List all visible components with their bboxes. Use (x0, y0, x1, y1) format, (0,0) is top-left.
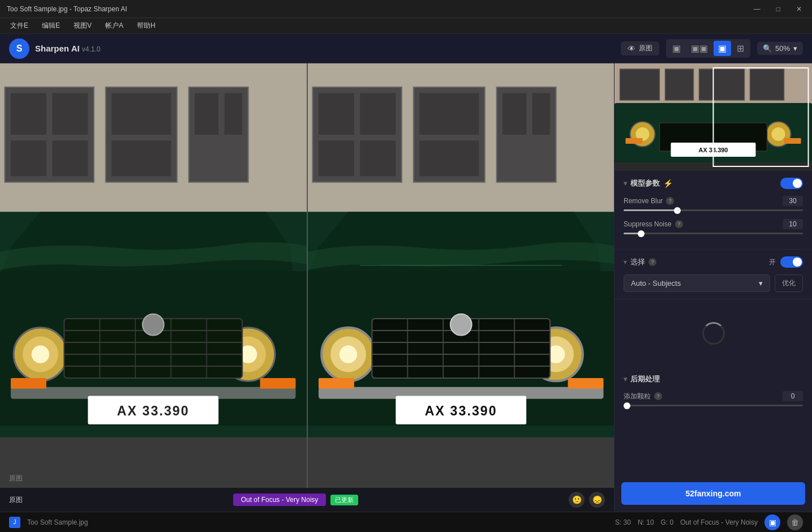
processed-image: AX 33.390 (308, 63, 615, 512)
svg-point-71 (450, 314, 471, 336)
svg-text:AX 33.390: AX 33.390 (117, 404, 190, 418)
bottom-delete-button[interactable]: 🗑 (787, 514, 803, 530)
thumbnail-area: AX 33.390 (615, 63, 812, 171)
menu-bar: 文件E 编辑E 视图V 帐户A 帮助H (0, 18, 812, 34)
status-emoji-button[interactable]: 🙂 (569, 492, 585, 508)
menu-edit[interactable]: 编辑E (36, 19, 66, 33)
right-side-panel: AX 33.390 ▾ 模型参数 ⚡ (614, 63, 812, 512)
add-grain-help-icon[interactable]: ? (654, 392, 662, 400)
bottom-view-button[interactable]: ▣ (764, 514, 780, 530)
selection-header: ▾ 选择 ? 开 (624, 256, 803, 268)
view-split-v-button[interactable]: ▣ (714, 41, 731, 56)
thumbnail-svg: AX 33.390 (615, 63, 812, 171)
original-car-svg: AX 33.390 (0, 63, 307, 512)
remove-blur-label: Remove Blur (624, 197, 663, 205)
zoom-value: 50% (775, 44, 790, 53)
processed-car-svg: AX 33.390 (308, 63, 615, 512)
remove-blur-slider[interactable] (624, 209, 803, 211)
remove-blur-fill (624, 209, 677, 211)
svg-text:AX 33.390: AX 33.390 (424, 404, 497, 418)
view-mode-group: ▣ ▣▣ ▣ ⊞ (666, 39, 750, 58)
window-title: Too Soft Sample.jpg - Topaz Sharpen AI (7, 5, 127, 13)
suppress-noise-help-icon[interactable]: ? (675, 220, 683, 228)
suppress-noise-label-row: Suppress Noise ? 10 (624, 219, 803, 229)
window-controls: — □ ✕ (750, 4, 805, 14)
svg-rect-3 (11, 93, 46, 134)
selection-collapse-icon[interactable]: ▾ (624, 258, 627, 266)
selection-dropdown-row: Auto - Subjects ▾ 优化 (624, 274, 803, 292)
svg-point-85 (772, 127, 785, 141)
params-toggle[interactable] (780, 178, 803, 189)
watermark-text: 52fanxing.com (685, 489, 741, 498)
bottom-bar: J Too Soft Sample.jpg S: 30 N: 10 G: 0 O… (0, 512, 812, 532)
app-logo: S Sharpen AI v4.1.0 (9, 38, 101, 59)
original-label: 原图 (9, 474, 23, 483)
menu-account[interactable]: 帐户A (100, 19, 129, 33)
auto-subjects-dropdown[interactable]: Auto - Subjects ▾ (624, 274, 770, 292)
selection-toggle[interactable] (780, 256, 803, 268)
post-collapse-icon[interactable]: ▾ (624, 375, 627, 383)
svg-rect-79 (750, 69, 784, 100)
selection-help-icon[interactable]: ? (648, 258, 656, 266)
params-section-title: ▾ 模型参数 ⚡ (624, 178, 673, 188)
svg-rect-89 (626, 138, 643, 144)
svg-point-34 (143, 314, 164, 336)
view-split-h-button[interactable]: ▣▣ (686, 41, 712, 56)
status-updated-badge: 已更新 (330, 495, 358, 505)
image-area: AX 33.390 原图 (0, 63, 614, 512)
suppress-noise-row: Suppress Noise ? 10 (624, 219, 803, 234)
status-center-group: Out of Focus - Very Noisy 已更新 (233, 494, 359, 506)
svg-rect-11 (195, 93, 218, 134)
menu-help[interactable]: 帮助H (131, 19, 161, 33)
close-button[interactable]: ✕ (793, 4, 805, 14)
suppress-noise-label: Suppress Noise (624, 220, 672, 228)
status-n: N: 10 (638, 518, 654, 526)
remove-blur-row: Remove Blur ? 30 (624, 196, 803, 211)
lightning-icon: ⚡ (663, 179, 673, 188)
right-canvas-panel[interactable]: AX 33.390 (307, 63, 615, 512)
left-canvas-panel[interactable]: AX 33.390 原图 (0, 63, 307, 512)
suppress-noise-slider[interactable] (624, 233, 803, 234)
logo-icon: S (9, 38, 29, 59)
maximize-button[interactable]: □ (773, 4, 784, 14)
svg-rect-32 (11, 378, 46, 389)
status-left: 原图 (9, 495, 23, 505)
svg-rect-4 (52, 93, 88, 134)
status-bad-button[interactable]: 😞 (589, 492, 605, 508)
svg-point-55 (339, 345, 356, 363)
file-icon: J (9, 517, 20, 528)
minimize-button[interactable]: — (750, 4, 764, 14)
optimize-button[interactable]: 优化 (775, 274, 803, 292)
remove-blur-value: 30 (783, 196, 803, 206)
original-view-button[interactable]: 👁 原图 (621, 41, 659, 55)
add-grain-label-row: 添加颗粒 ? 0 (624, 391, 803, 401)
post-processing-section: ▾ 后期处理 添加颗粒 ? 0 (615, 367, 812, 421)
suppress-noise-thumb (638, 230, 645, 237)
view-single-button[interactable]: ▣ (668, 41, 685, 56)
model-params-section: ▾ 模型参数 ⚡ Remove Blur ? 30 (615, 171, 812, 250)
zoom-dropdown-icon[interactable]: ▾ (793, 44, 797, 53)
zoom-search-icon: 🔍 (763, 44, 772, 53)
status-mode-badge: Out of Focus - Very Noisy (233, 494, 326, 506)
svg-rect-48 (502, 93, 526, 134)
svg-rect-41 (360, 93, 396, 134)
svg-rect-33 (260, 378, 296, 389)
watermark-area: 52fanxing.com (621, 482, 805, 505)
remove-blur-help-icon[interactable]: ? (666, 197, 674, 205)
menu-view[interactable]: 视图V (68, 19, 97, 33)
status-g: G: 0 (661, 518, 674, 526)
app-name: Sharpen AI v4.1.0 (35, 44, 101, 53)
loading-area (615, 299, 812, 367)
post-section-title: ▾ 后期处理 (624, 374, 660, 384)
svg-rect-46 (419, 140, 479, 176)
params-collapse-icon[interactable]: ▾ (624, 179, 627, 187)
svg-rect-45 (419, 93, 479, 134)
svg-rect-6 (52, 140, 88, 176)
status-s: S: 30 (615, 518, 631, 526)
dropdown-value: Auto - Subjects (631, 279, 681, 288)
add-grain-slider[interactable] (624, 405, 803, 406)
original-image: AX 33.390 (0, 63, 307, 512)
view-compare-button[interactable]: ⊞ (732, 41, 749, 56)
menu-file[interactable]: 文件E (5, 19, 34, 33)
status-right: 🙂 😞 (569, 492, 605, 508)
